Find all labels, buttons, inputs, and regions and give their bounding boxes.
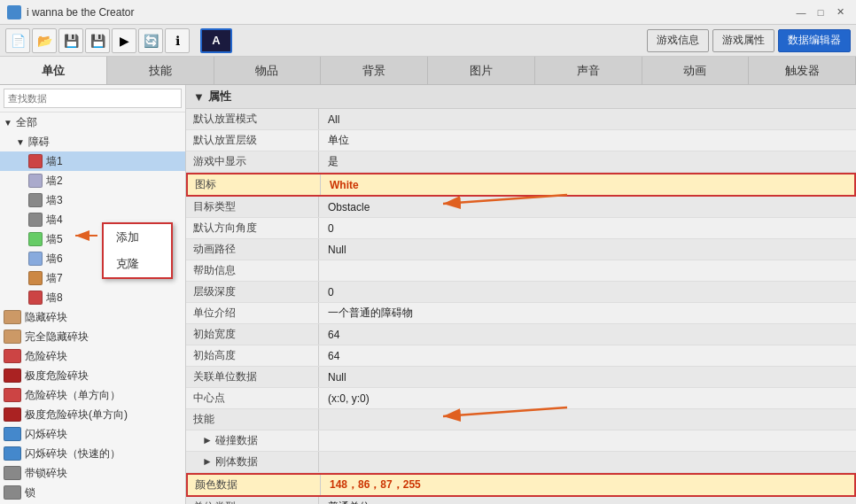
prop-row: 层级深度0 xyxy=(186,282,856,303)
prop-value xyxy=(319,268,337,274)
prop-name: 单位类型 xyxy=(186,497,319,504)
prop-name: 默认放置模式 xyxy=(186,109,319,129)
tree-item-危险碎块[interactable]: 危险碎块 xyxy=(0,346,185,366)
maximize-button[interactable]: □ xyxy=(812,5,829,19)
search-box xyxy=(0,85,185,112)
prop-name: 目标类型 xyxy=(186,197,319,217)
title-bar: i wanna be the Creator — □ ✕ xyxy=(0,0,856,25)
prop-row: 关联单位数据Null xyxy=(186,367,856,388)
prop-name: 中心点 xyxy=(186,388,319,408)
new-button[interactable]: 📄 xyxy=(5,28,30,53)
right-panel: ▼ 属性 默认放置模式All默认放置层级单位游戏中显示是图标White目标类型O… xyxy=(186,85,856,504)
tab-bar: 单位技能物品背景图片声音动画触发器 xyxy=(0,57,856,85)
prop-row: 目标类型Obstacle xyxy=(186,197,856,218)
tree-item-极度危险碎块[interactable]: 极度危险碎块 xyxy=(0,366,185,385)
search-input[interactable] xyxy=(4,89,182,108)
prop-name: 默认放置层级 xyxy=(186,130,319,151)
tree-item-极度危险碎块(单方向)[interactable]: 极度危险碎块(单方向) xyxy=(0,405,185,424)
prop-name: 帮助信息 xyxy=(186,260,319,281)
app-icon xyxy=(7,5,21,19)
prop-row: 动画路径Null xyxy=(186,239,856,260)
prop-row: 中心点(x:0, y:0) xyxy=(186,388,856,409)
data-editor-button[interactable]: 数据编辑器 xyxy=(778,29,851,52)
prop-row: 图标White xyxy=(186,173,856,197)
tree-area: ▼全部▼障碍墙1墙2墙3墙4墙5墙6墙7墙8隐藏碎块完全隐藏碎块危险碎块极度危险… xyxy=(0,112,185,504)
tree-item-完全隐藏碎块[interactable]: 完全隐藏碎块 xyxy=(0,327,185,346)
prop-row: 单位介绍一个普通的障碍物 xyxy=(186,303,856,324)
prop-row: ► 刚体数据 xyxy=(186,452,856,473)
tree-item-闪烁碎块[interactable]: 闪烁碎块 xyxy=(0,424,185,444)
minimize-button[interactable]: — xyxy=(792,5,810,19)
prop-value: Obstacle xyxy=(319,198,378,216)
toolbar: 📄 📂 💾 💾 ▶ 🔄 ℹ A 游戏信息 游戏属性 数据编辑器 xyxy=(0,25,856,57)
prop-row: ► 碰撞数据 xyxy=(186,430,856,452)
prop-value: 普通单位 xyxy=(319,497,379,504)
prop-row: 初始高度64 xyxy=(186,345,856,367)
prop-name: 层级深度 xyxy=(186,282,319,302)
highlight-button[interactable]: A xyxy=(200,28,232,53)
game-info-button[interactable]: 游戏信息 xyxy=(647,29,709,52)
close-button[interactable]: ✕ xyxy=(831,5,849,19)
context-menu: 添加克隆 xyxy=(102,222,173,279)
main-content: ▼全部▼障碍墙1墙2墙3墙4墙5墙6墙7墙8隐藏碎块完全隐藏碎块危险碎块极度危险… xyxy=(0,85,856,504)
prop-name: ► 碰撞数据 xyxy=(186,430,319,451)
tree-item-墙1[interactable]: 墙1 xyxy=(0,151,185,171)
app-title: i wanna be the Creator xyxy=(27,6,792,19)
tree-item-带锁碎块[interactable]: 带锁碎块 xyxy=(0,463,185,483)
save-button[interactable]: 💾 xyxy=(85,28,110,53)
prop-name: 默认方向角度 xyxy=(186,218,319,238)
ctx-item-添加[interactable]: 添加 xyxy=(104,224,171,251)
tree-item-墙3[interactable]: 墙3 xyxy=(0,190,185,210)
prop-value xyxy=(319,460,337,465)
prop-value: 是 xyxy=(319,151,347,172)
tree-item-闪烁碎块（快速的）[interactable]: 闪烁碎块（快速的） xyxy=(0,444,185,463)
refresh-button[interactable]: 🔄 xyxy=(138,28,163,53)
prop-row: 默认放置层级单位 xyxy=(186,130,856,151)
prop-row: 游戏中显示是 xyxy=(186,151,856,173)
tree-item-隐藏碎块[interactable]: 隐藏碎块 xyxy=(0,307,185,327)
prop-value[interactable]: 148，86，87，255 xyxy=(321,475,430,495)
toolbar-right: 游戏信息 游戏属性 数据编辑器 xyxy=(647,29,851,52)
prop-name: 单位介绍 xyxy=(186,303,319,323)
prop-value: 64 xyxy=(319,347,348,365)
tree-group-obstacle[interactable]: ▼障碍 xyxy=(0,132,185,151)
prop-name: 技能 xyxy=(186,409,319,430)
prop-name: 颜色数据 xyxy=(188,475,321,495)
prop-value: 0 xyxy=(319,283,343,301)
ctx-item-克隆[interactable]: 克隆 xyxy=(104,251,171,277)
info-button[interactable]: ℹ xyxy=(165,28,190,53)
section-label: 属性 xyxy=(208,89,231,105)
window-controls: — □ ✕ xyxy=(792,5,849,19)
prop-name: 初始宽度 xyxy=(186,324,319,345)
prop-row: 初始宽度64 xyxy=(186,324,856,345)
properties-table: 默认放置模式All默认放置层级单位游戏中显示是图标White目标类型Obstac… xyxy=(186,109,856,504)
tab-物品[interactable]: 物品 xyxy=(214,57,322,84)
prop-name: 关联单位数据 xyxy=(186,367,319,387)
tab-触发器[interactable]: 触发器 xyxy=(749,57,856,84)
game-props-button[interactable]: 游戏属性 xyxy=(712,29,774,52)
prop-row: 默认方向角度0 xyxy=(186,218,856,239)
tab-图片[interactable]: 图片 xyxy=(428,57,535,84)
tree-item-墙2[interactable]: 墙2 xyxy=(0,171,185,190)
save-all-button[interactable]: 💾 xyxy=(58,28,83,53)
prop-name: 图标 xyxy=(188,174,321,195)
prop-name: 游戏中显示 xyxy=(186,151,319,172)
prop-name: 动画路径 xyxy=(186,239,319,260)
tree-item-危险碎块（单方向）[interactable]: 危险碎块（单方向） xyxy=(0,385,185,405)
prop-row: 颜色数据148，86，87，255 xyxy=(186,473,856,497)
tab-单位[interactable]: 单位 xyxy=(0,57,107,84)
prop-value: 0 xyxy=(319,220,343,237)
tab-背景[interactable]: 背景 xyxy=(321,57,428,84)
tree-item-锁[interactable]: 锁 xyxy=(0,483,185,502)
prop-value: All xyxy=(319,111,348,128)
tree-item-墙8[interactable]: 墙8 xyxy=(0,288,185,307)
prop-value: 64 xyxy=(319,326,348,344)
tree-root[interactable]: ▼全部 xyxy=(0,112,185,132)
tab-动画[interactable]: 动画 xyxy=(642,57,750,84)
prop-value xyxy=(319,417,337,423)
prop-value[interactable]: White xyxy=(321,176,368,194)
tab-技能[interactable]: 技能 xyxy=(107,57,214,84)
tab-声音[interactable]: 声音 xyxy=(535,57,642,84)
play-button[interactable]: ▶ xyxy=(112,28,136,53)
open-button[interactable]: 📂 xyxy=(32,28,57,53)
